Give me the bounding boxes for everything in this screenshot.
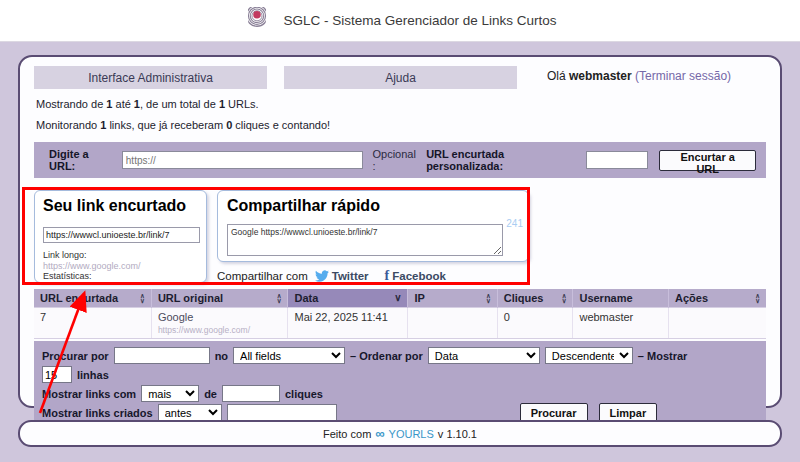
made-with-text: Feito com	[323, 428, 371, 440]
shorten-url-button[interactable]: Encurtar a URL	[659, 150, 756, 171]
tabs-row: Interface Administrativa Ajuda Olá webma…	[34, 66, 766, 89]
table-row: 7 Google https://www.google.com/ Mai 22,…	[34, 308, 766, 339]
column-header-username[interactable]: Username	[573, 289, 669, 308]
sort-desc-icon: ∨	[486, 298, 491, 303]
footer: Feito com ∞ YOURLS v 1.10.1	[18, 420, 782, 447]
filters-panel: Procurar por no All fields – Ordenar por…	[34, 341, 766, 428]
column-label: URL original	[158, 292, 277, 304]
row-title: Google	[158, 311, 282, 323]
stats-text: Mostrando de	[36, 98, 106, 110]
clicks-more-less-select[interactable]: mais	[141, 385, 199, 402]
filter-row-search: Procurar por no All fields – Ordenar por…	[42, 347, 758, 364]
sort-desc-icon: ∨	[394, 293, 403, 303]
filter-row-lines: linhas	[42, 366, 758, 383]
filter-row-clicks: Mostrar links com mais de cliques	[42, 385, 758, 402]
table-header-row: URL encurtada∧∨ URL original∧∨ Data∨ IP∧…	[34, 289, 766, 308]
share-area: Seu link encurtado Link longo: https://w…	[34, 190, 766, 284]
show-label: – Mostrar	[638, 350, 688, 362]
url-input[interactable]	[122, 151, 363, 169]
tab-ajuda[interactable]: Ajuda	[284, 66, 517, 89]
sort-desc-icon: ∨	[755, 298, 760, 303]
yourls-link[interactable]: YOURLS	[389, 428, 434, 440]
cell-date: Mai 22, 2025 11:41	[288, 308, 408, 339]
stats-label: Estatísticas:	[43, 271, 198, 282]
stats-text: até	[112, 98, 133, 110]
in-label: no	[215, 350, 228, 362]
links-table: URL encurtada∧∨ URL original∧∨ Data∨ IP∧…	[34, 289, 766, 339]
lines-count-input[interactable]	[42, 366, 72, 383]
sort-icon[interactable]: ∧∨	[277, 293, 284, 303]
top-header-bar: SGLC - Sistema Gerenciador de Links Curt…	[0, 0, 800, 42]
show-links-with-label: Mostrar links com	[42, 388, 136, 400]
column-label: IP	[414, 292, 485, 304]
created-date-input[interactable]	[227, 404, 337, 421]
monitoring-stats-line: Monitorando 1 links, que já receberam 0 …	[36, 119, 764, 131]
stats-url-line: https://wwwcl.unioeste.br/link/7+	[43, 282, 198, 284]
twitter-share-link[interactable]: Twitter	[332, 270, 369, 282]
column-header-short-url[interactable]: URL encurtada∧∨	[34, 289, 151, 308]
logout-link[interactable]: (Terminar sessão)	[632, 69, 731, 83]
cell-actions	[669, 308, 766, 339]
main-panel: Interface Administrativa Ajuda Olá webma…	[18, 55, 782, 408]
sort-icon[interactable]: ∧∨	[486, 293, 493, 303]
twitter-icon[interactable]	[315, 269, 329, 283]
tab-interface-administrativa[interactable]: Interface Administrativa	[34, 66, 267, 89]
search-input[interactable]	[114, 347, 210, 364]
quick-share-box: Compartilhar rápido Google https://wwwcl…	[217, 190, 529, 262]
column-header-original-url[interactable]: URL original∧∨	[151, 289, 288, 308]
long-link-url: https://www.google.com/	[43, 261, 198, 272]
stats-text: Monitorando	[36, 119, 100, 131]
stats-url-link[interactable]: https://wwwcl.unioeste.br/link/7+	[43, 282, 172, 284]
clicks-label: cliques	[285, 388, 323, 400]
cell-clicks: 0	[497, 308, 573, 339]
quick-share-column: Compartilhar rápido Google https://wwwcl…	[217, 190, 529, 284]
share-with-label: Compartilhar com	[217, 270, 308, 282]
order-by-select[interactable]: Data	[428, 347, 540, 364]
long-url-link[interactable]: https://www.google.com/	[43, 261, 141, 271]
sort-icon[interactable]: ∧∨	[562, 293, 569, 303]
lines-label: linhas	[77, 369, 109, 381]
stats-text: links, que já receberam	[106, 119, 226, 131]
facebook-share-link[interactable]: Facebook	[392, 270, 446, 282]
greeting-text: Olá	[547, 69, 569, 83]
column-header-clicks[interactable]: Cliques∧∨	[497, 289, 573, 308]
sort-desc-icon: ∨	[562, 298, 567, 303]
sort-desc-icon: ∨	[140, 298, 145, 303]
your-short-link-title: Seu link encurtado	[43, 197, 198, 215]
search-label: Procurar por	[42, 350, 109, 362]
yourls-logo-icon: ∞	[375, 426, 384, 441]
custom-keyword-input[interactable]	[586, 151, 648, 169]
search-field-select[interactable]: All fields	[233, 347, 345, 364]
share-with-row: Compartilhar com Twitter f Facebook	[217, 268, 529, 284]
your-short-link-box: Seu link encurtado Link longo: https://w…	[34, 190, 207, 283]
sort-icon[interactable]: ∧∨	[755, 293, 762, 303]
stats-text: , de um total de	[140, 98, 219, 110]
url-input-label: Digite a URL:	[49, 148, 117, 172]
cell-ip	[408, 308, 497, 339]
long-link-label: Link longo:	[43, 250, 198, 261]
custom-keyword-label: URL encurtada personalizada:	[426, 148, 581, 172]
optional-label: Opcional :	[373, 148, 422, 172]
share-text-area[interactable]: Google https://wwwcl.unioeste.br/link/7	[227, 224, 503, 256]
column-header-ip[interactable]: IP∧∨	[408, 289, 497, 308]
facebook-icon[interactable]: f	[385, 268, 390, 284]
unioeste-logo-icon	[243, 7, 271, 41]
user-info: Olá webmaster (Terminar sessão)	[547, 66, 731, 83]
app-title: SGLC - Sistema Gerenciador de Links Curt…	[283, 13, 556, 28]
created-before-after-select[interactable]: antes	[158, 404, 222, 421]
row-long-url[interactable]: https://www.google.com/	[158, 325, 282, 335]
sort-icon[interactable]: ∧∨	[140, 293, 147, 303]
order-direction-select[interactable]: Descendente	[545, 347, 633, 364]
sort-desc-icon: ∨	[277, 298, 282, 303]
version-text: v 1.10.1	[438, 428, 477, 440]
column-label: URL encurtada	[40, 292, 140, 304]
column-header-date[interactable]: Data∨	[288, 289, 408, 308]
clicks-count-input[interactable]	[222, 385, 280, 402]
column-label: Ações	[675, 292, 755, 304]
cell-short-url: 7	[34, 308, 151, 339]
username-text: webmaster	[569, 69, 632, 83]
column-label: Cliques	[504, 292, 562, 304]
short-url-input[interactable]	[43, 227, 200, 243]
showing-stats-line: Mostrando de 1 até 1, de um total de 1 U…	[36, 98, 764, 110]
column-header-actions[interactable]: Ações∧∨	[669, 289, 766, 308]
